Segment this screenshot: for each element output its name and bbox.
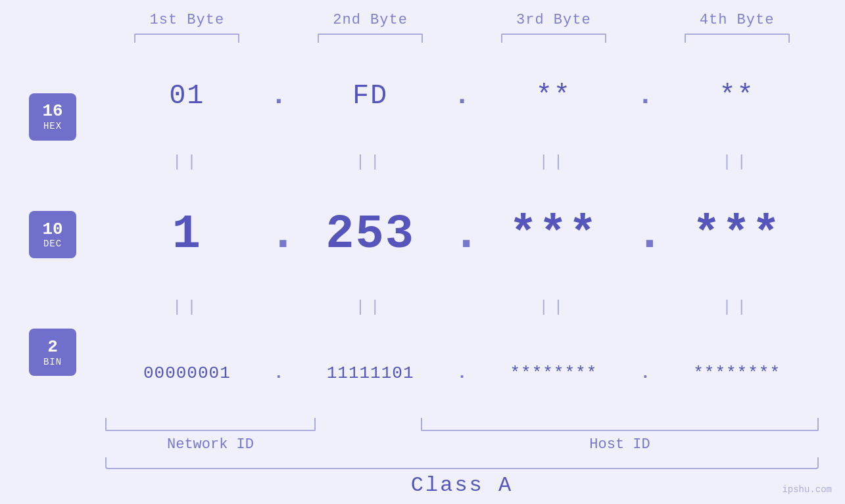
eq1-sym4: ||	[722, 153, 752, 171]
bin-sep3: .	[635, 363, 655, 383]
bin-sep1: .	[269, 363, 289, 383]
byte2-bracket-top	[318, 34, 423, 43]
host-bracket-bottom	[421, 418, 819, 431]
dec-num: 10	[42, 220, 62, 239]
eq1-sym3: ||	[539, 153, 568, 171]
hex-row: 01 . FD . ** . **	[105, 70, 845, 122]
hex-badge: 16 HEX	[29, 93, 76, 141]
dec-b2-cell: 253	[289, 208, 452, 262]
watermark: ipshu.com	[782, 484, 832, 495]
byte4-bracket-top	[685, 34, 790, 43]
hex-b4: **	[719, 80, 754, 112]
bin-num: 2	[47, 338, 58, 357]
dec-b2: 253	[326, 208, 415, 262]
byte4-col-header: 4th Byte	[655, 12, 819, 43]
dec-badge: 10 DEC	[29, 211, 76, 258]
dec-name: DEC	[43, 239, 62, 249]
bin-b4-cell: ********	[655, 363, 819, 383]
bin-b2: 11111101	[327, 363, 414, 383]
eq1-b3: ||	[472, 153, 636, 171]
dec-b4: ***	[692, 208, 782, 262]
bin-b4: ********	[693, 363, 781, 383]
values-area: 01 . FD . ** . ** ||	[105, 51, 845, 418]
dec-b3-cell: ***	[472, 208, 636, 262]
eq2-b3: ||	[472, 298, 636, 316]
bin-b1: 00000001	[143, 363, 231, 383]
eq2-b1: ||	[105, 298, 269, 316]
network-bracket-bottom	[105, 418, 316, 431]
eq2-b2: ||	[289, 298, 452, 316]
eq2-b4: ||	[655, 298, 819, 316]
hex-b3: **	[536, 80, 571, 112]
label-row: Network ID Host ID	[105, 431, 845, 457]
byte1-bracket-top	[134, 34, 239, 43]
dec-sep3: .	[635, 208, 655, 262]
bracket-bottom-row	[105, 418, 845, 431]
hex-num: 16	[42, 102, 62, 121]
dec-b1: 1	[172, 208, 202, 262]
dec-b1-cell: 1	[105, 208, 269, 262]
hex-b2-cell: FD	[289, 80, 452, 112]
hex-b1: 01	[169, 80, 205, 112]
byte2-col-header: 2nd Byte	[289, 12, 452, 43]
dec-b3: ***	[509, 208, 598, 262]
bin-badge: 2 BIN	[29, 329, 76, 376]
class-label: Class A	[105, 473, 819, 497]
hex-sep2: .	[452, 80, 472, 112]
dec-sep2: .	[452, 208, 472, 262]
byte3-col-header: 3rd Byte	[472, 12, 636, 43]
class-bracket-bottom	[105, 457, 819, 469]
eq1-b1: ||	[105, 153, 269, 171]
bottom-section: Network ID Host ID Class A	[105, 418, 845, 497]
bin-row: 00000001 . 11111101 . ******** . *******…	[105, 347, 845, 400]
eq1-b4: ||	[655, 153, 819, 171]
bin-b2-cell: 11111101	[289, 363, 452, 383]
dec-row: 1 . 253 . *** . ***	[105, 202, 845, 267]
hex-name: HEX	[43, 121, 62, 131]
data-area: 16 HEX 10 DEC 2 BIN 01 . FD	[0, 51, 845, 418]
dec-b4-cell: ***	[655, 208, 819, 262]
bin-b3-cell: ********	[472, 363, 636, 383]
eq2-sym3: ||	[539, 298, 568, 316]
eq1-sym1: ||	[172, 153, 202, 171]
main-container: 1st Byte 2nd Byte 3rd Byte 4th Byte 16 H…	[0, 0, 845, 504]
base-labels: 16 HEX 10 DEC 2 BIN	[0, 51, 105, 418]
bin-b3: ********	[510, 363, 597, 383]
byte3-bracket-top	[501, 34, 606, 43]
hex-sep3: .	[635, 80, 655, 112]
host-id-label: Host ID	[421, 436, 819, 453]
hex-b1-cell: 01	[105, 80, 269, 112]
byte2-label: 2nd Byte	[333, 12, 408, 28]
network-id-label: Network ID	[105, 436, 316, 453]
byte4-label: 4th Byte	[700, 12, 775, 28]
equals-row-2: || || || ||	[105, 294, 845, 320]
hex-b2: FD	[352, 80, 388, 112]
eq2-sym4: ||	[722, 298, 752, 316]
hex-b3-cell: **	[472, 80, 636, 112]
byte3-label: 3rd Byte	[516, 12, 591, 28]
hex-b4-cell: **	[655, 80, 819, 112]
equals-row-1: || || || ||	[105, 149, 845, 175]
eq1-b2: ||	[289, 153, 452, 171]
eq1-sym2: ||	[356, 153, 385, 171]
bin-name: BIN	[43, 357, 62, 367]
header-row: 1st Byte 2nd Byte 3rd Byte 4th Byte	[105, 12, 845, 51]
byte1-col-header: 1st Byte	[105, 12, 269, 43]
byte1-label: 1st Byte	[150, 12, 225, 28]
hex-sep1: .	[269, 80, 289, 112]
eq2-sym2: ||	[356, 298, 385, 316]
bin-sep2: .	[452, 363, 472, 383]
dec-sep1: .	[269, 208, 289, 262]
bin-b1-cell: 00000001	[105, 363, 269, 383]
eq2-sym1: ||	[172, 298, 202, 316]
